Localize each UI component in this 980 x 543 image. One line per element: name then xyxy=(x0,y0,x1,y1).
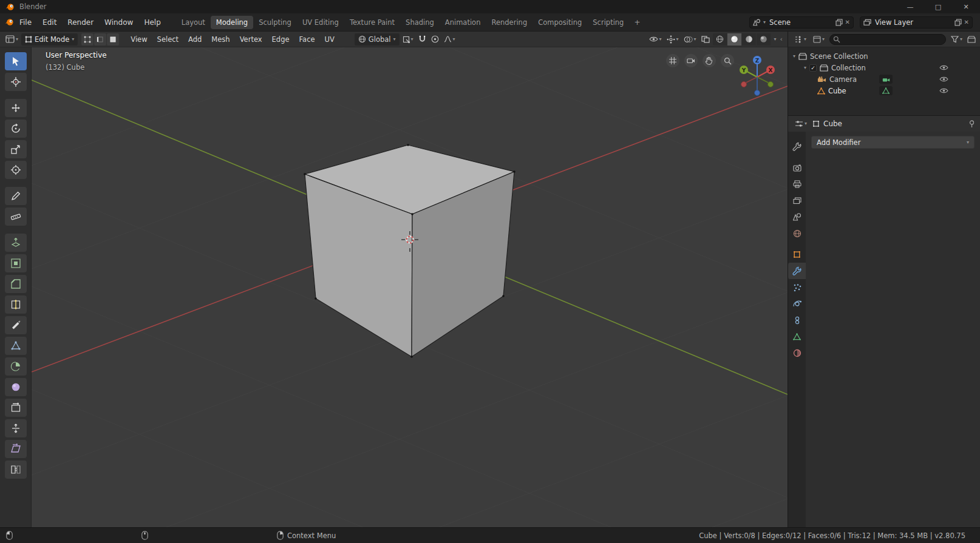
chevron-down-icon[interactable]: ▾ xyxy=(763,20,766,25)
orientation-selector[interactable]: Global ▾ xyxy=(355,33,400,46)
menu-help[interactable]: Help xyxy=(138,16,166,29)
tab-physics[interactable] xyxy=(788,295,806,312)
tool-measure[interactable] xyxy=(5,207,27,226)
scene-selector[interactable]: ▾ Scene ✕ xyxy=(749,16,854,29)
outliner-row-scene-collection[interactable]: ▾ Scene Collection xyxy=(788,50,980,62)
gizmo-y-neg[interactable] xyxy=(768,82,774,87)
scene-name[interactable]: Scene xyxy=(768,18,833,27)
zoom-view-button[interactable] xyxy=(721,54,734,67)
face-select-button[interactable] xyxy=(107,33,119,46)
outliner-editor-type-button[interactable]: ▾ xyxy=(792,33,808,46)
view-layer-name[interactable]: View Layer xyxy=(874,18,952,27)
tool-annotate[interactable] xyxy=(5,187,27,205)
menu-edit[interactable]: Edit xyxy=(37,16,62,29)
tool-edge-slide[interactable] xyxy=(5,399,27,417)
outliner-row-camera[interactable]: Camera xyxy=(788,73,980,85)
tab-tool[interactable] xyxy=(788,138,806,155)
tab-object[interactable] xyxy=(788,246,806,263)
pan-view-button[interactable] xyxy=(703,54,716,67)
menu-uv[interactable]: UV xyxy=(321,33,339,46)
view-layer-icon[interactable] xyxy=(863,19,871,26)
tab-texture-paint[interactable]: Texture Paint xyxy=(344,16,400,29)
tool-extrude-region[interactable] xyxy=(5,234,27,252)
disclosure-triangle-icon[interactable]: ▾ xyxy=(793,54,795,59)
tool-bevel[interactable] xyxy=(5,275,27,293)
hide-toggle[interactable] xyxy=(939,64,948,71)
tool-rip-region[interactable] xyxy=(5,460,27,479)
overlays-toggle-button[interactable]: ▾ xyxy=(682,33,698,46)
tab-scripting[interactable]: Scripting xyxy=(587,16,629,29)
tab-modifiers[interactable] xyxy=(788,263,806,279)
minimize-button[interactable]: — xyxy=(896,0,924,13)
tab-render[interactable] xyxy=(788,160,806,176)
close-button[interactable]: ✕ xyxy=(952,0,980,13)
viewport-canvas[interactable]: Z Y X xyxy=(32,47,788,527)
new-view-layer-icon[interactable] xyxy=(954,19,962,26)
pin-icon[interactable] xyxy=(968,120,975,128)
tab-layout[interactable]: Layout xyxy=(176,16,211,29)
tool-transform[interactable] xyxy=(5,161,27,179)
view-layer-selector[interactable]: View Layer ✕ xyxy=(860,16,973,29)
hide-toggle[interactable] xyxy=(939,87,948,94)
snap-settings-button[interactable]: ▾ xyxy=(401,33,415,46)
menu-view[interactable]: View xyxy=(126,33,151,46)
outliner-item-label[interactable]: Collection xyxy=(831,64,866,72)
tool-knife[interactable] xyxy=(5,316,27,334)
new-collection-icon[interactable] xyxy=(967,36,976,43)
tool-scale[interactable] xyxy=(5,140,27,158)
tab-output[interactable] xyxy=(788,176,806,192)
shading-wireframe-button[interactable] xyxy=(713,33,727,46)
tab-animation[interactable]: Animation xyxy=(440,16,486,29)
camera-view-button[interactable] xyxy=(684,54,698,67)
vertex-select-button[interactable] xyxy=(81,33,94,46)
orthographic-toggle-button[interactable] xyxy=(666,54,679,67)
tab-uv-editing[interactable]: UV Editing xyxy=(297,16,344,29)
gizmo-x-neg[interactable] xyxy=(741,82,747,87)
outliner-row-cube[interactable]: Cube xyxy=(788,85,980,96)
tool-poly-build[interactable] xyxy=(5,337,27,355)
tab-constraints[interactable] xyxy=(788,312,806,328)
tool-shrink-fatten[interactable] xyxy=(5,419,27,437)
menu-add[interactable]: Add xyxy=(184,33,206,46)
tab-rendering[interactable]: Rendering xyxy=(486,16,533,29)
remove-view-layer-icon[interactable]: ✕ xyxy=(964,19,969,25)
edge-select-button[interactable] xyxy=(94,33,106,46)
scene-browse-icon[interactable] xyxy=(753,19,761,26)
menu-select[interactable]: Select xyxy=(153,33,183,46)
collection-checkbox[interactable]: ✓ xyxy=(809,64,817,72)
outliner-item-label[interactable]: Scene Collection xyxy=(810,52,868,61)
new-scene-icon[interactable] xyxy=(835,19,843,26)
collapse-region-icon[interactable]: ‹ xyxy=(780,35,783,43)
camera-data-chip[interactable] xyxy=(879,75,893,84)
gizmo-z-neg[interactable] xyxy=(755,90,760,96)
tool-shear[interactable] xyxy=(5,440,27,458)
outliner-item-label[interactable]: Camera xyxy=(829,75,857,84)
editor-type-button[interactable]: ▾ xyxy=(4,33,20,46)
mesh-data-chip[interactable] xyxy=(879,86,893,95)
tool-spin[interactable] xyxy=(5,357,27,376)
hide-toggle[interactable] xyxy=(939,76,948,83)
tab-shading[interactable]: Shading xyxy=(400,16,440,29)
unlink-scene-icon[interactable]: ✕ xyxy=(845,19,850,25)
disclosure-triangle-icon[interactable]: ▾ xyxy=(804,66,806,70)
add-workspace-button[interactable]: + xyxy=(629,17,645,28)
tab-compositing[interactable]: Compositing xyxy=(533,16,587,29)
tab-sculpting[interactable]: Sculpting xyxy=(253,16,297,29)
gizmos-toggle-button[interactable]: ▾ xyxy=(665,33,681,46)
xray-toggle-button[interactable] xyxy=(699,33,712,46)
menu-edge[interactable]: Edge xyxy=(268,33,294,46)
add-modifier-dropdown[interactable]: Add Modifier ▾ xyxy=(811,136,975,149)
mode-selector[interactable]: Edit Mode ▾ xyxy=(21,33,78,46)
menu-mesh[interactable]: Mesh xyxy=(207,33,234,46)
tool-move[interactable] xyxy=(5,99,27,117)
properties-editor-type-button[interactable]: ▾ xyxy=(793,118,809,130)
tool-rotate[interactable] xyxy=(5,120,27,138)
proportional-edit-button[interactable] xyxy=(429,33,441,46)
tool-cursor[interactable] xyxy=(5,73,27,91)
tab-modeling[interactable]: Modeling xyxy=(211,16,253,29)
outliner-filter-button[interactable]: ▾ xyxy=(949,33,964,46)
outliner-item-label[interactable]: Cube xyxy=(828,87,846,95)
tool-select-box[interactable] xyxy=(5,52,27,70)
tab-material[interactable] xyxy=(788,345,806,361)
menu-render[interactable]: Render xyxy=(62,16,99,29)
